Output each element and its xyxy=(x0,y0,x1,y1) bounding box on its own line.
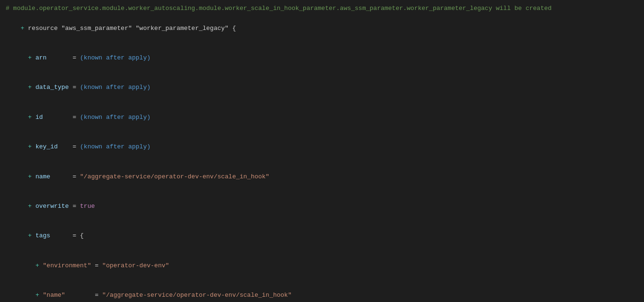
comment-line: # module.operator_service.module.worker_… xyxy=(0,4,644,14)
field-arn: + arn = (known after apply) xyxy=(0,43,644,73)
field-id: + id = (known after apply) xyxy=(0,103,644,132)
plus-icon: + xyxy=(20,25,24,32)
field-tags-open: + tags = { xyxy=(0,222,644,251)
tag-name: + "name" = "/aggregate-service/operator-… xyxy=(0,281,644,302)
resource-declaration-line: + resource "aws_ssm_parameter" "worker_p… xyxy=(0,14,644,43)
field-data-type: + data_type = (known after apply) xyxy=(0,73,644,103)
field-overwrite: + overwrite = true xyxy=(0,192,644,221)
field-key-id: + key_id = (known after apply) xyxy=(0,132,644,162)
terminal-output: # module.operator_service.module.worker_… xyxy=(0,0,644,302)
tag-environment: + "environment" = "operator-dev-env" xyxy=(0,251,644,281)
field-name: + name = "/aggregate-service/operator-de… xyxy=(0,162,644,192)
